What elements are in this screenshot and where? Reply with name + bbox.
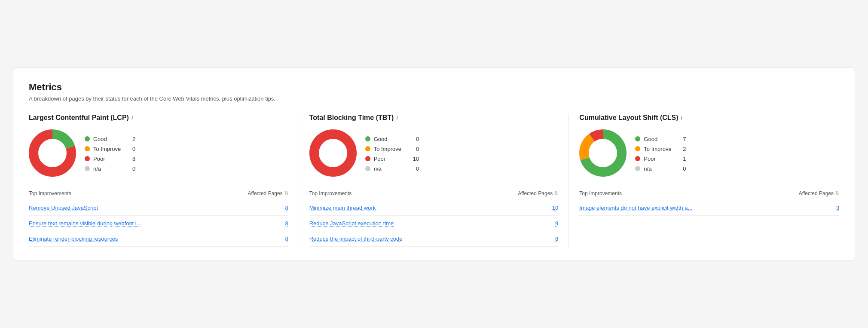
legend-label: Poor [644, 156, 676, 162]
chart-legend-lcp: Good 2 To Improve 0 Poor 8 n/a 0 [29, 129, 288, 178]
table-header-lcp: Top Improvements Affected Pages ⇅ [29, 190, 288, 200]
legend-label: Good [644, 136, 676, 142]
page-title: Metrics [29, 82, 839, 93]
legend-label: To Improve [374, 146, 409, 152]
legend-count: 1 [683, 156, 686, 162]
sort-icon: ⇅ [835, 190, 839, 196]
table-row: Minimize main thread work 10 [309, 200, 559, 216]
legend-item: n/a 0 [85, 166, 135, 172]
info-icon[interactable]: i [396, 115, 397, 121]
legend-dot [85, 166, 90, 171]
legend-item: Poor 8 [85, 156, 135, 162]
legend-dot [365, 156, 370, 161]
legend-dot [365, 146, 370, 151]
table-row: Reduce JavaScript execution time 9 [309, 216, 559, 231]
legend-count: 0 [132, 166, 135, 172]
improvement-link[interactable]: Eliminate render-blocking resources [29, 236, 118, 242]
legend-label: To Improve [93, 146, 125, 152]
metrics-card: Metrics A breakdown of pages by their st… [13, 67, 855, 261]
legend-label: To Improve [644, 146, 676, 152]
legend-count: 10 [413, 156, 419, 162]
improvement-link[interactable]: Ensure text remains visible during webfo… [29, 220, 141, 227]
metric-section-tbt: Total Blocking Time (TBT) i Good 0 To Im… [299, 114, 569, 247]
legend-item: Good 7 [635, 136, 686, 142]
legend-count: 0 [416, 166, 419, 172]
th-affected-pages[interactable]: Affected Pages ⇅ [248, 190, 288, 196]
table-header-tbt: Top Improvements Affected Pages ⇅ [309, 190, 559, 200]
sort-icon: ⇅ [554, 190, 558, 196]
chart-legend-tbt: Good 0 To Improve 0 Poor 10 n/a 0 [309, 129, 559, 178]
legend-item: Good 0 [365, 136, 419, 142]
th-affected-pages[interactable]: Affected Pages ⇅ [518, 190, 558, 196]
legend-count: 8 [132, 156, 135, 162]
improvement-link[interactable]: Minimize main thread work [309, 205, 376, 211]
legend-count: 0 [416, 136, 419, 142]
legend-item: Poor 10 [365, 156, 419, 162]
legend-dot [635, 146, 640, 151]
legend-dot [635, 136, 640, 141]
metrics-grid: Largest Contentful Paint (LCP) i Good 2 … [29, 114, 839, 247]
legend-dot [635, 166, 640, 171]
legend-dot [635, 156, 640, 161]
legend-lcp: Good 2 To Improve 0 Poor 8 n/a 0 [85, 136, 135, 172]
affected-count[interactable]: 3 [836, 205, 839, 211]
th-improvements: Top Improvements [579, 190, 622, 196]
th-affected-pages[interactable]: Affected Pages ⇅ [799, 190, 839, 196]
legend-label: n/a [644, 166, 676, 172]
legend-label: Good [374, 136, 409, 142]
metric-title-text: Largest Contentful Paint (LCP) [29, 114, 129, 122]
th-improvements: Top Improvements [309, 190, 352, 196]
legend-item: n/a 0 [635, 166, 686, 172]
improvement-link[interactable]: Remove Unused JavaScript [29, 205, 98, 211]
legend-count: 0 [416, 146, 419, 152]
donut-tbt [309, 129, 357, 178]
metric-section-cls: Cumulative Layout Shift (CLS) i Good 7 T… [569, 114, 839, 247]
improvement-link[interactable]: Reduce JavaScript execution time [309, 220, 394, 227]
legend-tbt: Good 0 To Improve 0 Poor 10 n/a 0 [365, 136, 419, 172]
table-row: Remove Unused JavaScript 8 [29, 200, 288, 216]
legend-label: Good [93, 136, 125, 142]
svg-point-4 [314, 134, 352, 172]
legend-count: 7 [683, 136, 686, 142]
info-icon[interactable]: i [131, 115, 133, 121]
legend-label: Poor [93, 156, 125, 162]
metric-section-lcp: Largest Contentful Paint (LCP) i Good 2 … [29, 114, 299, 247]
legend-cls: Good 7 To Improve 2 Poor 1 n/a 0 [635, 136, 686, 172]
metric-title-lcp: Largest Contentful Paint (LCP) i [29, 114, 288, 122]
chart-legend-cls: Good 7 To Improve 2 Poor 1 n/a 0 [579, 129, 839, 178]
legend-dot [85, 156, 90, 161]
legend-item: To Improve 2 [635, 146, 686, 152]
legend-count: 0 [132, 146, 135, 152]
legend-label: n/a [93, 166, 125, 172]
legend-item: Poor 1 [635, 156, 686, 162]
metric-title-text: Cumulative Layout Shift (CLS) [579, 114, 678, 122]
affected-count[interactable]: 9 [555, 220, 558, 227]
donut-lcp [29, 129, 76, 178]
metric-title-text: Total Blocking Time (TBT) [309, 114, 394, 122]
legend-count: 2 [132, 136, 135, 142]
improvement-link[interactable]: Reduce the impact of third-party code [309, 236, 403, 242]
legend-item: n/a 0 [365, 166, 419, 172]
info-icon[interactable]: i [681, 115, 682, 121]
affected-count[interactable]: 8 [285, 236, 288, 242]
legend-label: n/a [374, 166, 409, 172]
table-row: Reduce the impact of third-party code 8 [309, 231, 559, 247]
legend-item: To Improve 0 [365, 146, 419, 152]
metric-title-cls: Cumulative Layout Shift (CLS) i [579, 114, 839, 122]
legend-item: Good 2 [85, 136, 135, 142]
affected-count[interactable]: 8 [285, 220, 288, 227]
legend-label: Poor [374, 156, 406, 162]
metric-title-tbt: Total Blocking Time (TBT) i [309, 114, 559, 122]
affected-count[interactable]: 8 [555, 236, 558, 242]
legend-count: 0 [683, 166, 686, 172]
table-row: Image elements do not have explicit widt… [579, 200, 839, 216]
donut-cls [579, 129, 627, 178]
affected-count[interactable]: 10 [552, 205, 558, 211]
table-row: Ensure text remains visible during webfo… [29, 216, 288, 231]
legend-count: 2 [683, 146, 686, 152]
affected-count[interactable]: 8 [285, 205, 288, 211]
table-header-cls: Top Improvements Affected Pages ⇅ [579, 190, 839, 200]
table-row: Eliminate render-blocking resources 8 [29, 231, 288, 247]
sort-icon: ⇅ [284, 190, 288, 196]
improvement-link[interactable]: Image elements do not have explicit widt… [579, 205, 692, 211]
